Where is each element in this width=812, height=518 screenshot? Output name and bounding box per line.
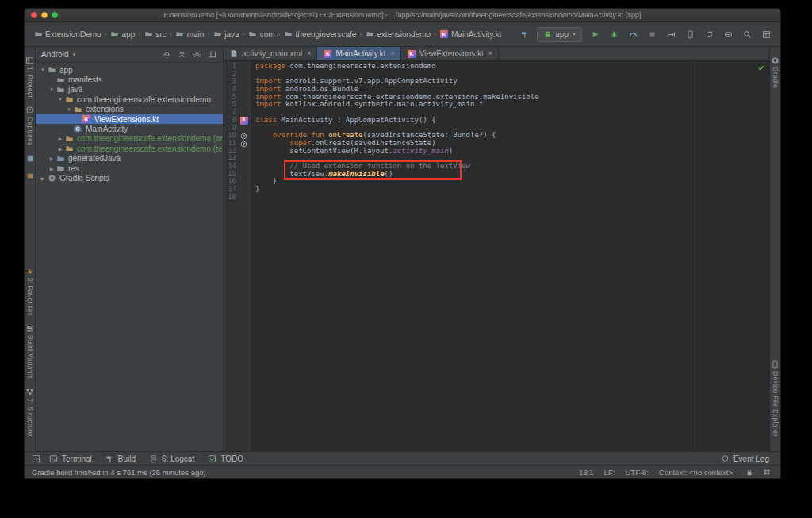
tool-window-b-icon [25, 171, 35, 181]
tree-item-extensions[interactable]: ▼extensions [36, 105, 223, 114]
code-content[interactable]: package com.theengineerscafe.extensionde… [251, 61, 769, 451]
lock-button[interactable] [743, 466, 756, 478]
breadcrumb-item-extensiondemo[interactable]: ExtensionDemo [33, 29, 102, 40]
tool-window-a-icon [25, 154, 35, 163]
layout-inspector-button[interactable] [760, 28, 772, 40]
line-number: 2 [224, 71, 250, 79]
close-tab-icon[interactable]: × [307, 50, 311, 57]
tree-item-com-theengineerscafe-extensiondemo[interactable]: ▼com.theengineerscafe.extensiondemo [36, 94, 223, 104]
chevron-right-icon[interactable]: ▶ [56, 146, 64, 152]
hide-panel-button[interactable] [206, 49, 217, 60]
tree-item-manifests[interactable]: manifests [36, 75, 223, 84]
tool-button-build-variants[interactable]: Build Variants [25, 324, 35, 379]
tree-item-java[interactable]: ▼java [36, 85, 223, 94]
tool-button-1-project[interactable]: 1: Project [25, 56, 35, 98]
project-view-mode-selector[interactable]: Android [41, 50, 68, 59]
chevron-right-icon[interactable]: ▶ [48, 166, 56, 171]
editor-gutter[interactable]: 123456789101112131415161718K [224, 61, 251, 451]
profiler-button[interactable] [626, 28, 639, 40]
line-separator-widget[interactable]: LF: [604, 468, 615, 477]
tool-window-button[interactable] [25, 171, 35, 181]
gear-button[interactable] [191, 49, 202, 60]
breadcrumb-item-mainactivity-kt[interactable]: KMainActivity.kt [439, 29, 502, 40]
tree-item-gradle-scripts[interactable]: ▶Gradle Scripts [36, 173, 223, 182]
breadcrumb-item-extensiondemo[interactable]: extensiondemo [364, 29, 431, 40]
close-window-button[interactable] [31, 12, 37, 18]
stop-button[interactable] [645, 28, 658, 40]
kotlin-class-icon: C [73, 125, 82, 134]
code-token [255, 139, 289, 147]
override-marker-icon[interactable] [239, 140, 248, 148]
editor-tab-viewextensions-kt[interactable]: KViewExtensions.kt× [401, 47, 499, 60]
inspection-status-ok-icon[interactable] [756, 63, 766, 72]
tree-item-viewextensions-kt[interactable]: KViewExtensions.kt [36, 114, 223, 124]
close-tab-icon[interactable]: × [488, 50, 492, 57]
tool-button-7-structure[interactable]: 7: Structure [25, 387, 35, 436]
tree-item-com-theengineerscafe-extensiondemo-androidtest[interactable]: ▶com.theengineerscafe.extensiondemo (and… [36, 134, 223, 144]
breadcrumb-item-main[interactable]: main [174, 29, 205, 40]
chevron-down-icon[interactable]: ▼ [39, 67, 47, 72]
avd-manager-button[interactable] [684, 28, 696, 40]
tool-button-captures[interactable]: Captures [25, 106, 35, 146]
titlebar[interactable]: ExtensionDemo [~/Documents/AndroidProjec… [25, 9, 780, 22]
override-marker-icon[interactable] [239, 132, 248, 140]
tool-switcher-icon[interactable] [29, 452, 42, 465]
caret-position-widget[interactable]: 18:1 [579, 468, 594, 477]
chevron-down-icon[interactable]: ▼ [48, 87, 56, 92]
tool-window-button-terminal[interactable]: Terminal [42, 452, 98, 465]
tree-item-com-theengineerscafe-extensiondemo-test[interactable]: ▶com.theengineerscafe.extensiondemo (tes… [36, 144, 223, 153]
editor-tab-activity-main-xml[interactable]: activity_main.xml× [224, 47, 317, 60]
chevron-down-icon[interactable]: ▼ [56, 97, 64, 102]
breadcrumb-item-app[interactable]: app [109, 29, 136, 40]
code-editor[interactable]: 123456789101112131415161718K package com… [224, 61, 769, 451]
editor-tab-mainactivity-kt[interactable]: KMainActivity.kt× [317, 47, 400, 60]
chevron-down-icon[interactable]: ▼ [65, 107, 73, 112]
build-hammer-button[interactable] [518, 28, 530, 40]
indent-button[interactable] [760, 466, 773, 478]
lock-icon [745, 467, 755, 478]
search-button[interactable] [741, 28, 753, 40]
project-tool-window: Android ▼ ▼appmanifests▼java▼com.theengi… [36, 47, 224, 451]
tool-button-gradle[interactable]: Gradle [771, 56, 780, 88]
run-button[interactable] [588, 28, 601, 40]
zoom-window-button[interactable] [52, 12, 58, 18]
tool-window-button[interactable] [25, 154, 35, 163]
tool-button-device-file-explorer[interactable]: Device File Explorer [771, 360, 780, 436]
breadcrumb-item-theengineerscafe[interactable]: theengineerscafe [283, 29, 358, 40]
chevron-right-icon[interactable]: ▶ [48, 155, 56, 161]
tool-window-button-todo[interactable]: TODO [201, 452, 250, 465]
breadcrumb-separator: › [434, 30, 436, 38]
breadcrumb-item-java[interactable]: java [212, 29, 239, 40]
context-widget[interactable]: Context: <no context> [659, 468, 733, 477]
locate-file-button[interactable] [161, 49, 172, 60]
chevron-down-icon: ▼ [71, 52, 76, 57]
breadcrumb-item-com[interactable]: com [247, 29, 276, 40]
close-tab-icon[interactable]: × [391, 50, 395, 57]
xml-file-icon [229, 49, 239, 59]
tree-item-mainactivity[interactable]: CMainActivity [36, 124, 223, 133]
debug-button[interactable] [607, 28, 620, 40]
sdk-manager-icon [723, 29, 733, 39]
tree-item-generatedjava[interactable]: ▶generatedJava [36, 154, 223, 163]
window-title: ExtensionDemo [~/Documents/AndroidProjec… [25, 11, 780, 19]
tool-window-button-6-logcat[interactable]: 6: Logcat [142, 452, 201, 465]
tree-item-app[interactable]: ▼app [36, 65, 223, 75]
profiler-icon [628, 29, 638, 39]
code-token: (savedInstanceState: Bundle?) { [363, 131, 496, 139]
tree-item-res[interactable]: ▶res [36, 163, 223, 173]
encoding-widget[interactable]: UTF-8: [625, 468, 649, 477]
collapse-all-button[interactable] [176, 49, 187, 60]
attach-debugger-button[interactable] [665, 28, 677, 40]
breadcrumb-label: ExtensionDemo [45, 30, 102, 39]
kotlin-file-icon[interactable]: K [239, 117, 248, 125]
sdk-manager-button[interactable] [722, 28, 734, 40]
tool-button-2-favorites[interactable]: ★2: Favorites [25, 267, 35, 316]
chevron-right-icon[interactable]: ▶ [56, 136, 64, 141]
breadcrumb-item-src[interactable]: src [143, 29, 167, 40]
sync-gradle-button[interactable] [703, 28, 715, 40]
tool-window-button-event-log[interactable]: Event Log [714, 454, 776, 464]
minimize-window-button[interactable] [41, 12, 48, 18]
chevron-right-icon[interactable]: ▶ [39, 175, 47, 181]
run-configuration-selector[interactable]: app▼ [537, 27, 582, 42]
tool-window-button-build[interactable]: Build [98, 452, 142, 465]
